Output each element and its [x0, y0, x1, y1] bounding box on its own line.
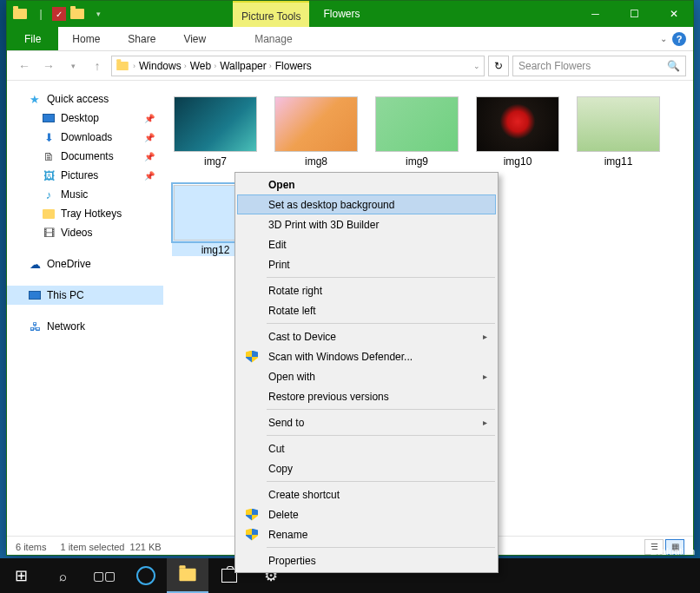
maximize-button[interactable]: ☐	[615, 1, 654, 27]
file-item[interactable]: img7	[172, 96, 259, 168]
navigation-pane: ★ Quick access Desktop📌 ⬇Downloads📌 🗎Doc…	[7, 81, 163, 536]
address-bar[interactable]: › Windows› Web› Wallpaper› Flowers ⌄	[111, 56, 485, 76]
help-icon[interactable]: ?	[672, 32, 686, 46]
sidebar-item-desktop[interactable]: Desktop📌	[7, 109, 163, 128]
cm-separator	[267, 547, 495, 548]
crumb-wallpaper[interactable]: Wallpaper›	[220, 60, 272, 72]
cm-create-shortcut[interactable]: Create shortcut	[237, 484, 496, 504]
search-box[interactable]: Search Flowers 🔍	[512, 56, 686, 76]
pictures-icon: 🖼	[42, 168, 56, 182]
cm-open-with[interactable]: Open with▸	[237, 366, 496, 386]
sidebar-item-videos[interactable]: 🎞Videos	[7, 223, 163, 242]
tab-home[interactable]: Home	[58, 27, 114, 50]
cm-separator	[267, 277, 495, 278]
forward-button[interactable]: →	[38, 56, 59, 76]
cm-cut[interactable]: Cut	[237, 438, 496, 458]
this-pc-icon	[29, 291, 41, 300]
ribbon-expand-icon[interactable]: ⌄	[660, 34, 667, 43]
cm-delete[interactable]: Delete	[237, 504, 496, 524]
recent-dropdown[interactable]: ▾	[63, 56, 83, 76]
cm-edit[interactable]: Edit	[237, 234, 496, 254]
file-item[interactable]: img11	[575, 96, 662, 168]
edge-icon	[136, 566, 155, 585]
file-name: img10	[504, 155, 532, 168]
file-name: img9	[406, 155, 428, 168]
cm-rotate-right[interactable]: Rotate right	[237, 280, 496, 300]
folder-icon	[179, 569, 195, 581]
edge-taskbar-button[interactable]	[125, 558, 167, 593]
sidebar-quick-access[interactable]: ★ Quick access	[7, 89, 163, 109]
file-name: img11	[604, 155, 633, 168]
navigation-bar: ← → ▾ ↑ › Windows› Web› Wallpaper› Flowe…	[7, 51, 693, 81]
file-item[interactable]: img8	[273, 96, 360, 168]
file-item[interactable]: img9	[373, 96, 460, 168]
pin-icon: 📌	[144, 114, 155, 123]
chevron-right-icon: ▸	[483, 332, 487, 341]
shield-icon	[244, 527, 260, 543]
file-item[interactable]: img10	[474, 96, 561, 168]
chevron-right-icon[interactable]: ›	[133, 62, 135, 70]
sidebar-item-tray-hotkeys[interactable]: Tray Hotkeys	[7, 204, 163, 223]
documents-icon: 🗎	[42, 149, 56, 163]
cm-rename[interactable]: Rename	[237, 524, 496, 544]
chevron-right-icon: ▸	[483, 372, 487, 381]
task-view-button[interactable]: ▢▢	[83, 558, 125, 593]
quick-access-toolbar: | ✓ ▾	[7, 1, 111, 27]
chevron-right-icon: ▸	[483, 418, 487, 427]
cm-3d-print[interactable]: 3D Print with 3D Builder	[237, 214, 496, 234]
thumbnail-icon	[476, 96, 559, 152]
sidebar-onedrive[interactable]: ☁OneDrive	[7, 254, 163, 273]
desktop-icon	[43, 114, 55, 122]
thumbnail-icon	[274, 96, 358, 152]
sidebar-item-pictures[interactable]: 🖼Pictures📌	[7, 166, 163, 185]
cm-scan-defender[interactable]: Scan with Windows Defender...	[237, 346, 496, 366]
sidebar-item-music[interactable]: ♪Music	[7, 185, 163, 204]
minimize-button[interactable]: ─	[576, 1, 615, 27]
pin-icon: 📌	[144, 171, 155, 181]
cm-rotate-left[interactable]: Rotate left	[237, 300, 496, 320]
up-button[interactable]: ↑	[87, 56, 108, 76]
back-button[interactable]: ←	[14, 56, 35, 76]
contextual-tab-header: Picture Tools	[233, 1, 309, 27]
cortana-button[interactable]: ⌕	[42, 558, 83, 593]
sidebar-item-documents[interactable]: 🗎Documents📌	[7, 147, 163, 166]
crumb-windows[interactable]: Windows›	[139, 60, 187, 72]
context-menu: Open Set as desktop background 3D Print …	[234, 172, 499, 573]
address-dropdown-icon[interactable]: ⌄	[473, 62, 480, 70]
cm-copy[interactable]: Copy	[237, 458, 496, 478]
refresh-button[interactable]: ↻	[488, 56, 509, 76]
tab-manage[interactable]: Manage	[241, 27, 306, 50]
cm-cast-to-device[interactable]: Cast to Device▸	[237, 326, 496, 346]
folder-icon	[43, 209, 55, 219]
sidebar-item-downloads[interactable]: ⬇Downloads📌	[7, 128, 163, 147]
cm-send-to[interactable]: Send to▸	[237, 412, 496, 432]
tab-view[interactable]: View	[169, 27, 220, 50]
cm-set-desktop-background[interactable]: Set as desktop background	[237, 194, 496, 214]
evaluation-watermark: Evaluation	[650, 546, 695, 557]
crumb-web[interactable]: Web›	[190, 60, 216, 72]
music-icon: ♪	[42, 188, 56, 201]
explorer-taskbar-button[interactable]	[167, 558, 208, 593]
window-controls: ─ ☐ ✕	[576, 1, 693, 27]
address-folder-icon	[116, 61, 129, 69]
network-icon: 🖧	[28, 320, 42, 333]
sidebar-network[interactable]: 🖧Network	[7, 317, 163, 336]
cm-print[interactable]: Print	[237, 254, 496, 274]
properties-qat-icon[interactable]: ✓	[52, 7, 66, 21]
cm-restore-versions[interactable]: Restore previous versions	[237, 386, 496, 406]
file-name: img7	[204, 155, 227, 168]
close-button[interactable]: ✕	[654, 1, 693, 27]
crumb-flowers[interactable]: Flowers	[275, 60, 312, 72]
start-button[interactable]: ⊞	[0, 558, 42, 593]
new-folder-qat-icon[interactable]	[68, 4, 87, 23]
folder-icon[interactable]	[10, 4, 30, 23]
cm-separator	[267, 481, 495, 482]
sidebar-this-pc[interactable]: This PC	[7, 286, 163, 305]
file-tab[interactable]: File	[7, 27, 58, 50]
cm-open[interactable]: Open	[237, 175, 496, 194]
qat-dropdown-icon[interactable]: ▾	[89, 4, 108, 23]
star-icon: ★	[28, 92, 42, 106]
cm-properties[interactable]: Properties	[237, 550, 496, 570]
tab-share[interactable]: Share	[114, 27, 169, 50]
downloads-icon: ⬇	[42, 130, 56, 144]
